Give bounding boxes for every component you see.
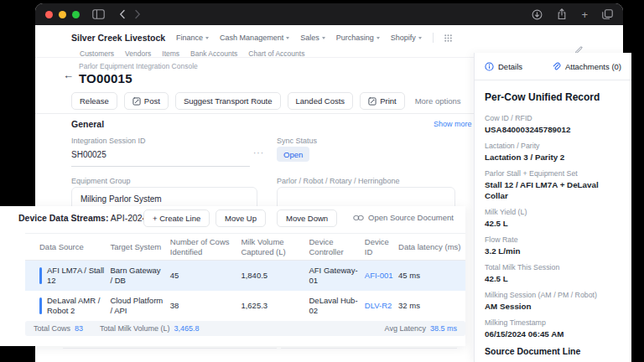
col-device-id: Device ID: [365, 234, 398, 260]
tab-details[interactable]: Details: [485, 62, 522, 71]
menu-cash-management[interactable]: Cash Management: [220, 34, 289, 42]
row-accent-bar: [39, 297, 42, 314]
cell-data-source: AFI LM7A / Stall 12: [25, 261, 110, 291]
apps-grid-icon[interactable]: [444, 34, 452, 42]
detail-field: Lactation / Parity Lactation 3 / Parity …: [485, 142, 621, 163]
detail-field: Cow ID / RFID USA840003245789012: [485, 114, 621, 135]
avg-latency: Avg Latency 38.5 ms: [385, 324, 457, 333]
titlebar-right-icons: +: [532, 8, 613, 20]
menu-shopify[interactable]: Shopify: [391, 34, 422, 42]
move-up-button[interactable]: Move Up: [216, 209, 266, 227]
minimize-window-button[interactable]: [59, 11, 66, 18]
chevron-down-icon: [418, 37, 422, 39]
streams-table: Data Source Target System Number of Cows…: [25, 233, 465, 346]
col-milk-volume: Milk Volume Captured (L): [241, 234, 309, 260]
field-underline: [281, 348, 457, 349]
menu-finance[interactable]: Finance: [176, 34, 209, 42]
device-data-streams-panel: Device Data Streams: API-2024 + Create L…: [0, 206, 465, 346]
link-chain-icon: [353, 215, 364, 221]
app-navbar: Silver Creek Livestock Finance Cash Mana…: [71, 31, 615, 44]
show-more-link[interactable]: Show more: [434, 120, 472, 128]
downloads-icon[interactable]: [532, 9, 543, 20]
back-arrow-icon[interactable]: ←: [63, 69, 74, 81]
back-icon[interactable]: [119, 9, 126, 19]
sidebar-tabbar: Details Attachments (0): [475, 53, 631, 80]
paperclip-icon: [552, 62, 561, 71]
cell-cows: 38: [170, 291, 242, 321]
screen: { "browser": { "plus": "+" }, "app_heade…: [0, 0, 644, 362]
device-id-link[interactable]: AFI-001: [365, 261, 398, 291]
create-line-button[interactable]: + Create Line: [143, 209, 210, 227]
open-source-document-link[interactable]: Open Source Document: [353, 213, 454, 222]
menu-sales[interactable]: Sales: [300, 34, 325, 42]
col-target-system: Target System: [110, 234, 169, 260]
cell-device-controller: AFI Gateway-01: [309, 261, 364, 291]
streams-heading: Device Data Streams: API-2024: [18, 213, 148, 223]
chevron-down-icon: [322, 37, 325, 39]
cell-device-controller: DeLaval Hub-02: [309, 291, 364, 321]
cell-cows: 45: [170, 261, 242, 291]
section-heading-source-document-line: Source Document Line: [485, 346, 621, 356]
detail-field: Parlor Stall + Equipment Set Stall 12 / …: [485, 169, 621, 201]
total-cows: Total Cows 83: [34, 324, 83, 333]
table-row[interactable]: AFI LM7A / Stall 12 Barn Gateway / DB 45…: [25, 261, 465, 291]
col-data-source: Data Source: [25, 234, 110, 260]
table-header-row: Data Source Target System Number of Cows…: [25, 233, 465, 261]
equipment-group-label: Equipment Group: [71, 177, 131, 185]
company-name[interactable]: Silver Creek Livestock: [71, 33, 165, 43]
row-accent-bar: [39, 267, 42, 284]
detail-field: Milking Timestamp 06/15/2024 06:45 AM: [485, 318, 621, 339]
breadcrumb[interactable]: Parlor Equipment Integration Console: [79, 62, 198, 70]
table-row[interactable]: DeLaval AMR / Robot 2 Cloud Platform / A…: [25, 291, 465, 321]
cell-data-source: DeLaval AMR / Robot 2: [25, 291, 110, 321]
cell-milk-volume: 1,840.5: [241, 261, 309, 291]
parlor-type-label: Parlor / Robot / Rotary / Herringbone: [277, 177, 400, 185]
cell-target-system: Barn Gateway / DB: [110, 261, 169, 291]
close-window-button[interactable]: [45, 11, 53, 18]
new-tab-icon[interactable]: +: [581, 9, 588, 20]
landed-costs-button[interactable]: Landed Costs: [288, 92, 354, 110]
sidebar-icon[interactable]: [92, 9, 105, 19]
cell-latency: 45 ms: [398, 261, 465, 291]
detail-field: Flow Rate 3.2 L/min: [485, 235, 621, 256]
session-id-label: Integration Session ID: [71, 137, 146, 145]
traffic-lights: [45, 11, 80, 18]
cell-milk-volume: 1,625.3: [241, 291, 309, 321]
zoom-window-button[interactable]: [72, 11, 80, 18]
suggest-transport-route-button[interactable]: Suggest Transport Route: [175, 92, 281, 110]
col-device-controller: Device Controller: [309, 234, 364, 260]
forward-icon[interactable]: [134, 9, 141, 19]
field-ellipsis-icon[interactable]: ···: [253, 148, 264, 158]
more-options-button[interactable]: More options: [412, 96, 465, 106]
col-cows-identified: Number of Cows Identified: [170, 234, 242, 260]
release-button[interactable]: Release: [71, 92, 117, 110]
menu-purchasing[interactable]: Purchasing: [336, 34, 380, 42]
session-id-field[interactable]: SH00025: [71, 146, 250, 167]
table-footer: Total Cows 83 Total Milk Volume (L) 3,46…: [25, 321, 465, 336]
share-icon[interactable]: [557, 8, 567, 20]
detail-field: Total Milk This Session 42.5 L: [485, 263, 621, 284]
post-button[interactable]: Post: [124, 92, 169, 110]
chevron-down-icon: [286, 37, 289, 39]
sidebar-body: Per-Cow Unified Record Cow ID / RFID USA…: [475, 91, 631, 362]
chevron-down-icon: [205, 37, 209, 39]
info-icon: [485, 62, 494, 71]
print-button[interactable]: Print: [360, 92, 405, 110]
tab-attachments[interactable]: Attachments (0): [552, 62, 621, 71]
sync-status-label: Sync Status: [277, 137, 317, 145]
move-down-button[interactable]: Move Down: [277, 209, 337, 227]
post-edit-icon: [132, 97, 141, 106]
cell-latency: 32 ms: [398, 291, 465, 321]
total-milk-volume: Total Milk Volume (L) 3,465.8: [100, 324, 200, 333]
print-edit-icon: [368, 97, 377, 106]
page-title: TO00015: [79, 71, 132, 85]
detail-field: Milk Yield (L) 42.5 L: [485, 208, 621, 229]
field-underline: [63, 348, 277, 349]
status-badge: Open: [277, 147, 309, 162]
chevron-down-icon: [377, 37, 380, 39]
detail-field: Milking Session (AM / PM / Robot) AM Ses…: [485, 291, 621, 312]
record-heading: Per-Cow Unified Record: [485, 91, 621, 103]
device-id-link[interactable]: DLV-R2: [365, 291, 398, 321]
col-data-latency: Data latency (ms): [398, 234, 465, 260]
tabs-icon[interactable]: [602, 9, 613, 19]
